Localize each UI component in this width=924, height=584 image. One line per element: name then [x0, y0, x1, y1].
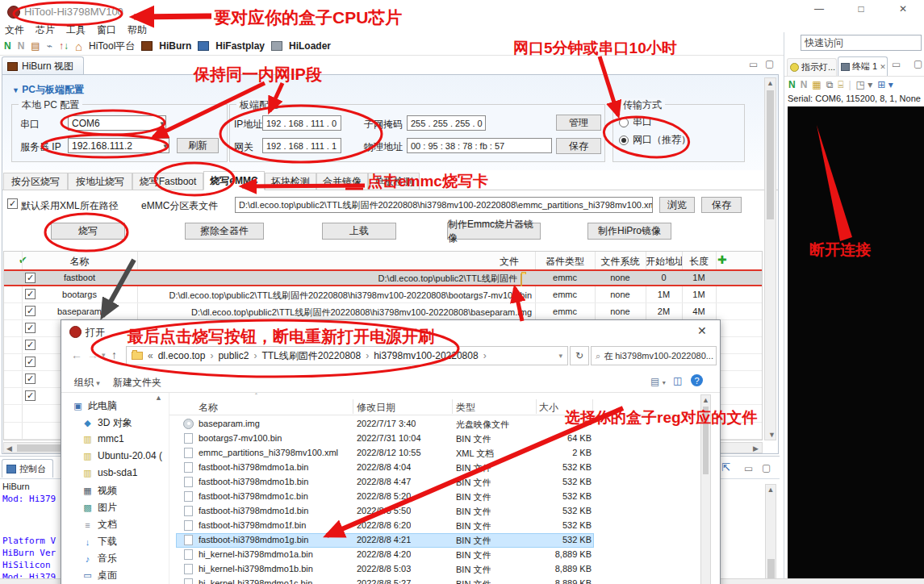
- connect-icon[interactable]: N: [4, 40, 11, 52]
- manage-button[interactable]: 管理: [556, 115, 601, 131]
- organize-button[interactable]: 组织 ▾: [74, 376, 100, 390]
- export-log-icon[interactable]: ⇱: [721, 461, 730, 473]
- sidebar-item-ubuntu[interactable]: ▥Ubuntu-20.04 (: [82, 450, 162, 461]
- launcher-hiburn[interactable]: HiBurn: [159, 40, 191, 52]
- radio-network[interactable]: 网口（推荐）: [619, 133, 691, 147]
- folder-icon[interactable]: [521, 273, 522, 286]
- panel-minimize-icon[interactable]: ▭: [749, 60, 758, 69]
- tab-burn-fastboot[interactable]: 烧写Fastboot: [132, 173, 203, 190]
- tab-burn-emmc[interactable]: 烧写eMMC: [203, 171, 265, 190]
- panel-vscrollbar[interactable]: ▲ ▼: [764, 77, 776, 440]
- row-checkbox[interactable]: ✓: [25, 373, 36, 384]
- col-file-size[interactable]: 大小: [539, 401, 558, 415]
- terminal-copy-icon[interactable]: ⧉: [826, 80, 834, 90]
- terminal-minimize-icon[interactable]: ▭: [892, 60, 901, 69]
- close-tab-icon[interactable]: ✕: [880, 63, 886, 71]
- tab-burn-partition[interactable]: 按分区烧写: [3, 173, 68, 190]
- radio-serial[interactable]: 串口: [619, 115, 652, 129]
- refresh-button[interactable]: 刷新: [177, 138, 219, 153]
- sidebar-item-desktop[interactable]: ▭桌面: [82, 569, 117, 582]
- erase-all-button[interactable]: 擦除全器件: [185, 223, 264, 240]
- console-minimize-icon[interactable]: ▭: [744, 464, 753, 473]
- table-row-bootargs[interactable]: ✓ bootargs D:\dl.ecoo.top\public2\TTL线刷固…: [4, 286, 762, 303]
- preview-pane-icon[interactable]: ◫: [673, 375, 682, 386]
- file-row[interactable]: fastboot-hi3798mdmo1f.bin 2022/8/8 6:20 …: [169, 519, 721, 533]
- address-chevron-icon[interactable]: ▾: [558, 352, 562, 360]
- launcher-hitool[interactable]: HiTool平台: [89, 40, 135, 53]
- mac-field[interactable]: 00 : 95 : 38 : 78 : fb : 57: [407, 138, 552, 153]
- terminal-connect-icon[interactable]: N: [788, 79, 796, 90]
- col-name[interactable]: 名称: [22, 255, 137, 269]
- terminal-settings-icon[interactable]: ▦: [812, 79, 821, 90]
- xml-path-input[interactable]: D:\dl.ecoo.top\public2\TTL线刷固件20220808\h…: [235, 197, 653, 213]
- tab-merge-image[interactable]: 合并镜像: [316, 173, 368, 190]
- burn-package-icon[interactable]: ▤: [31, 40, 40, 52]
- file-row[interactable]: hi_kernel-hi3798mdmo1c.bin 2022/8/8 5:27…: [169, 577, 721, 584]
- menu-file[interactable]: 文件: [5, 23, 24, 37]
- hiburn-icon[interactable]: [141, 41, 153, 51]
- col-fs[interactable]: 文件系统: [595, 255, 646, 269]
- add-row-icon[interactable]: ✚: [717, 253, 727, 266]
- launcher-hifastplay[interactable]: HiFastplay: [215, 40, 265, 52]
- address-bar[interactable]: « dl.ecoo.top › public2 › TTL线刷固件2022080…: [126, 346, 568, 365]
- menu-tools[interactable]: 工具: [66, 23, 86, 37]
- row-checkbox[interactable]: ✓: [25, 357, 36, 367]
- breadcrumb-segment[interactable]: hi3798mv100-20220808: [374, 350, 478, 361]
- sidebar-scroll-up-icon[interactable]: ▲: [155, 394, 162, 402]
- file-row[interactable]: hi_kernel-hi3798mdmo1b.bin 2022/8/8 5:03…: [169, 562, 721, 577]
- col-device[interactable]: 器件类型: [535, 255, 595, 269]
- menu-window[interactable]: 窗口: [97, 23, 116, 37]
- terminal-disconnect-icon[interactable]: N: [801, 79, 808, 90]
- breadcrumb-segment[interactable]: public2: [218, 350, 249, 361]
- sidebar-item-documents[interactable]: ≡文档: [82, 518, 117, 532]
- transfer-icon[interactable]: ↑↓: [59, 40, 69, 52]
- sidebar-item-this-pc[interactable]: ▣此电脑: [73, 399, 117, 413]
- panel-maximize-icon[interactable]: ▢: [765, 59, 774, 69]
- tab-hiburn-view[interactable]: HiBurn 视图: [2, 56, 84, 75]
- sidebar-item-music[interactable]: ♪音乐: [82, 552, 117, 565]
- col-file-date[interactable]: 修改日期: [357, 401, 395, 415]
- make-hipro-image-button[interactable]: 制作HiPro镜像: [587, 223, 671, 240]
- table-row-baseparam[interactable]: ✓ baseparam D:\dl.ecoo.top\public2\TTL线刷…: [4, 303, 762, 320]
- server-ip-combobox[interactable]: 192.168.111.2 ▾: [68, 138, 169, 153]
- terminal-lock-icon[interactable]: ⌸: [838, 79, 843, 90]
- xml-default-checkbox[interactable]: ✓: [7, 198, 18, 209]
- terminal-maximize-icon[interactable]: ▢: [914, 59, 922, 69]
- sidebar-item-pictures[interactable]: ▩图片: [82, 501, 117, 515]
- terminal-screen[interactable]: [788, 106, 924, 578]
- new-folder-button[interactable]: 新建文件夹: [113, 376, 161, 390]
- quick-access-input[interactable]: 快速访问: [801, 35, 922, 51]
- upload-button[interactable]: 上载: [322, 223, 396, 240]
- sidebar-item-usb[interactable]: ▥usb-sda1: [82, 467, 137, 478]
- file-row[interactable]: fastboot-hi3798mdmo1a.bin 2022/8/8 4:04 …: [169, 461, 721, 475]
- burn-button[interactable]: 烧写: [51, 223, 125, 240]
- launcher-hiloader[interactable]: HiLoader: [289, 40, 331, 52]
- board-ip-field[interactable]: 192 . 168 . 111 . 0: [262, 115, 341, 131]
- file-row[interactable]: bootargs7-mv100.bin 2022/7/31 10:04 BIN …: [169, 432, 721, 446]
- row-checkbox[interactable]: ✓: [25, 340, 36, 350]
- board-save-button[interactable]: 保存: [556, 138, 601, 154]
- tab-indicator[interactable]: 指示灯...: [787, 58, 837, 76]
- col-length[interactable]: 长度: [682, 255, 716, 269]
- hifastplay-icon[interactable]: [198, 41, 209, 51]
- console-vscrollbar[interactable]: ▲: [765, 484, 776, 579]
- browse-button[interactable]: 浏览: [659, 197, 695, 213]
- col-file[interactable]: 文件: [375, 255, 519, 269]
- serial-combobox[interactable]: COM6 ▾: [68, 115, 166, 131]
- history-chevron-icon[interactable]: ▾: [102, 351, 106, 359]
- file-row[interactable]: fastboot-hi3798mdmo1b.bin 2022/8/8 4:47 …: [169, 475, 721, 490]
- refresh-icon[interactable]: ↻: [570, 346, 589, 365]
- help-icon[interactable]: ?: [691, 374, 703, 386]
- tab-terminal-1[interactable]: 终端 1 ✕: [838, 56, 888, 76]
- xml-save-button[interactable]: 保存: [701, 197, 742, 213]
- file-row[interactable]: fastboot-hi3798mdmo1c.bin 2022/8/8 5:20 …: [169, 490, 721, 504]
- dialog-close-icon[interactable]: ✕: [697, 324, 707, 337]
- close-button[interactable]: ✕: [891, 3, 915, 19]
- board-config-icon[interactable]: ⌁: [47, 40, 52, 52]
- col-file-name[interactable]: 名称: [199, 401, 218, 415]
- tab-badblock-check[interactable]: 坏块检测: [265, 173, 316, 190]
- breadcrumb-segment[interactable]: TTL线刷固件20220808: [261, 349, 361, 363]
- breadcrumb-segment[interactable]: dl.ecoo.top: [158, 350, 206, 361]
- sidebar-item-3d-objects[interactable]: ◆3D 对象: [82, 416, 132, 430]
- disconnect-icon[interactable]: N: [18, 40, 25, 52]
